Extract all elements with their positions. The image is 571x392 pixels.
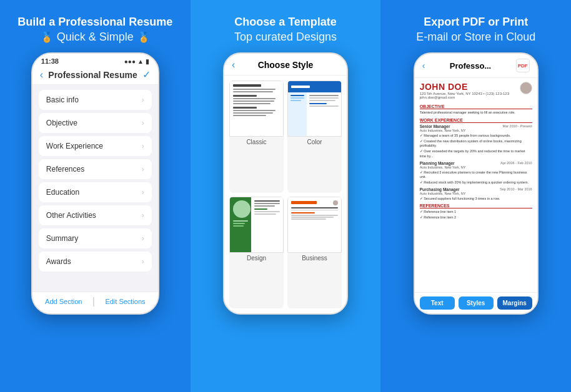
right-header-subtitle: E-mail or Store in Cloud bbox=[416, 31, 535, 44]
chevron-right-icon: › bbox=[142, 142, 144, 150]
middle-panel-header: Choose a Template Top curated Designs bbox=[234, 15, 337, 44]
right-panel: Export PDF or Print E-mail or Store in C… bbox=[380, 0, 571, 392]
left-panel-header: Build a Professional Resume 🏅 Quick & Si… bbox=[17, 15, 172, 44]
menu-item-education[interactable]: Education › bbox=[39, 182, 152, 202]
style-back-icon[interactable]: ‹ bbox=[232, 59, 235, 71]
chevron-right-icon: › bbox=[142, 211, 144, 220]
job-2-bullet-1: ✓ Recruited 3 executive planners to crea… bbox=[420, 170, 532, 180]
job-1-date: Mar 2010 - Present bbox=[503, 124, 532, 129]
add-section-button[interactable]: Add Section bbox=[45, 298, 82, 305]
template-classic-preview bbox=[229, 81, 284, 137]
job-3-company: Auto Industries, New York, NY bbox=[420, 192, 532, 195]
menu-item-awards[interactable]: Awards › bbox=[39, 252, 152, 272]
resume-name-contact: JOHN DOE 123 5th Avenue, New York, NY 10… bbox=[420, 82, 509, 102]
menu-item-label: Objective bbox=[46, 119, 77, 127]
phone-status-bar: 11:38 ●●● ▲ ▮ bbox=[32, 54, 158, 66]
chevron-right-icon: › bbox=[142, 96, 144, 104]
template-design[interactable]: Design bbox=[229, 197, 284, 309]
job-1-bullet-2: ✓ Created the new distribution system of… bbox=[420, 139, 532, 149]
template-business-label: Business bbox=[302, 253, 327, 263]
middle-header-title: Choose a Template bbox=[234, 15, 337, 29]
styles-button[interactable]: Styles bbox=[459, 296, 494, 310]
resume-avatar bbox=[520, 82, 532, 94]
left-phone-mockup: 11:38 ●●● ▲ ▮ ‹ Professional Resume ✓ Ba… bbox=[31, 52, 159, 315]
job-1-title: Senior Manager bbox=[420, 124, 450, 129]
ref-1: ✓ Reference line item 1 bbox=[420, 210, 532, 215]
template-business[interactable]: Business bbox=[287, 197, 342, 309]
menu-list: Basic info › Objective › Work Experience… bbox=[32, 85, 158, 292]
job-3: Purchasing Manager Sep 2010 - Mar 2016 A… bbox=[420, 187, 532, 202]
menu-item-references[interactable]: References › bbox=[39, 159, 152, 179]
right-phone-mockup: ‹ Professo... PDF JOHN DOE 123 5th Avenu… bbox=[414, 52, 539, 315]
menu-item-work-experience[interactable]: Work Experience › bbox=[39, 136, 152, 156]
check-icon[interactable]: ✓ bbox=[142, 69, 151, 81]
menu-item-label: Basic info bbox=[46, 96, 79, 104]
chevron-right-icon: › bbox=[142, 188, 144, 197]
phone-nav-bar: ‹ Professional Resume ✓ bbox=[32, 66, 158, 85]
right-header-title: Export PDF or Print bbox=[416, 15, 535, 29]
job-2: Planning Manager Apr 2006 - Feb 2010 Aut… bbox=[420, 161, 532, 185]
divider: | bbox=[92, 296, 95, 307]
job-2-company: Auto Industries, New York, NY bbox=[420, 165, 532, 169]
template-color-preview bbox=[287, 81, 342, 137]
menu-item-other-activities[interactable]: Other Activities › bbox=[39, 205, 152, 225]
left-header-subtitle: Quick & Simple bbox=[57, 31, 134, 44]
chevron-right-icon: › bbox=[142, 234, 144, 243]
job-3-title: Purchasing Manager bbox=[420, 187, 460, 192]
margins-button[interactable]: Margins bbox=[497, 296, 532, 310]
template-grid: Classic bbox=[224, 76, 347, 313]
status-icons: ●●● ▲ ▮ bbox=[124, 58, 149, 65]
pdf-export-icon[interactable]: PDF bbox=[516, 59, 530, 72]
chevron-right-icon: › bbox=[142, 119, 144, 127]
menu-item-label: References bbox=[46, 165, 84, 174]
template-design-preview bbox=[229, 197, 284, 253]
resume-header-row: JOHN DOE 123 5th Avenue, New York, NY 10… bbox=[420, 82, 532, 102]
job-3-date: Sep 2010 - Mar 2016 bbox=[500, 187, 532, 192]
nav-title: Professional Resume bbox=[48, 70, 137, 80]
menu-item-summary[interactable]: Summary › bbox=[39, 228, 152, 248]
job-1: Senior Manager Mar 2010 - Present Auto I… bbox=[420, 124, 532, 159]
job-2-date: Apr 2006 - Feb 2010 bbox=[500, 161, 532, 165]
template-design-label: Design bbox=[247, 253, 266, 263]
middle-panel: Choose a Template Top curated Designs ‹ … bbox=[191, 0, 381, 392]
resume-content: JOHN DOE 123 5th Avenue, New York, NY 10… bbox=[415, 78, 537, 292]
menu-item-basic-info[interactable]: Basic info › bbox=[39, 90, 152, 110]
ref-2: ✓ Reference line item 2 bbox=[420, 215, 532, 220]
job-1-company: Auto Industries, New York, NY bbox=[420, 129, 532, 132]
template-classic[interactable]: Classic bbox=[229, 81, 284, 193]
status-time: 11:38 bbox=[41, 57, 59, 65]
job-2-bullet-2: ✓ Reduced stock with 20% by implementing… bbox=[420, 180, 532, 185]
job-1-bullet-3: ✓ Over exceeded the targets by 20% and r… bbox=[420, 149, 532, 159]
resume-back-icon[interactable]: ‹ bbox=[422, 61, 425, 71]
resume-toolbar: Text Styles Margins bbox=[415, 292, 537, 313]
template-classic-label: Classic bbox=[246, 137, 266, 147]
middle-phone-mockup: ‹ Choose Style bbox=[223, 52, 348, 315]
back-icon[interactable]: ‹ bbox=[40, 69, 43, 81]
wifi-icon: ▲ bbox=[137, 58, 144, 65]
left-header-laurels: 🏅 Quick & Simple 🏅 bbox=[17, 31, 172, 44]
template-color[interactable]: Color bbox=[287, 81, 342, 193]
menu-item-objective[interactable]: Objective › bbox=[39, 113, 152, 133]
text-button[interactable]: Text bbox=[420, 296, 455, 310]
job-3-bullet-1: ✓ Secured suppliers full functioning 3 t… bbox=[420, 197, 532, 202]
middle-header-subtitle: Top curated Designs bbox=[234, 31, 337, 44]
style-nav-title: Choose Style bbox=[258, 60, 314, 70]
signal-icon: ●●● bbox=[124, 58, 136, 65]
resume-nav-bar: ‹ Professo... PDF bbox=[415, 54, 537, 78]
section-work-experience: WORK EXPERIENCE bbox=[420, 118, 532, 123]
section-references: REFERENCES bbox=[420, 203, 532, 208]
chevron-right-icon: › bbox=[142, 257, 144, 266]
left-panel: Build a Professional Resume 🏅 Quick & Si… bbox=[0, 0, 191, 392]
menu-item-label: Work Experience bbox=[46, 142, 103, 150]
menu-item-label: Summary bbox=[46, 234, 78, 243]
job-2-title: Planning Manager bbox=[420, 161, 455, 165]
job-1-bullet-1: ✓ Managed a team of 35 people from vario… bbox=[420, 134, 532, 139]
menu-item-label: Awards bbox=[46, 257, 71, 266]
edit-sections-button[interactable]: Edit Sections bbox=[105, 298, 145, 305]
menu-item-label: Other Activities bbox=[46, 211, 96, 220]
left-laurel-right: 🏅 bbox=[137, 31, 150, 43]
template-business-preview bbox=[287, 197, 342, 253]
style-nav-bar: ‹ Choose Style bbox=[224, 54, 347, 76]
resume-name: JOHN DOE bbox=[420, 82, 509, 92]
chevron-right-icon: › bbox=[142, 165, 144, 174]
